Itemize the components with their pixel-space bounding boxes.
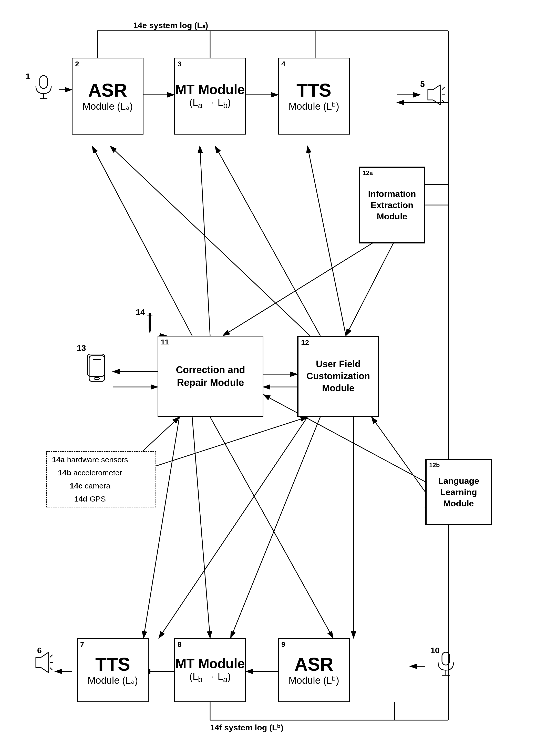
- svg-marker-60: [36, 652, 49, 673]
- language-learning-module: 12b LanguageLearningModule: [425, 459, 492, 525]
- svg-rect-56: [94, 377, 99, 380]
- label-14: 14: [136, 308, 145, 317]
- speaker-icon-5: [425, 85, 446, 105]
- svg-rect-64: [442, 652, 450, 665]
- svg-rect-47: [40, 76, 48, 88]
- sensors-box: 14a hardware sensors 14b accelerometer 1…: [46, 451, 156, 507]
- svg-line-31: [215, 146, 320, 336]
- svg-line-32: [308, 146, 346, 336]
- label-1: 1: [26, 72, 30, 81]
- user-field-module: 12 User FieldCustomizationModule: [297, 336, 379, 417]
- pen-icon-14: [146, 313, 154, 336]
- asr-bottom-module: 9 ASR Module (Lᵇ): [278, 638, 350, 702]
- speaker-icon-6: [33, 652, 54, 673]
- info-extract-module: 12a InformationExtractionModule: [359, 167, 425, 243]
- svg-line-39: [192, 417, 210, 638]
- tts-top-module: 4 TTS Module (Lᵇ): [278, 58, 350, 135]
- label-5: 5: [420, 80, 425, 89]
- svg-line-44: [210, 417, 333, 638]
- tts-bottom-module: 7 TTS Module (Lₐ): [77, 638, 149, 702]
- svg-line-61: [50, 655, 52, 657]
- svg-line-34: [200, 146, 210, 336]
- diagram-container: 14e system log (Lₐ) 14f system log (Lᵇ) …: [0, 0, 536, 756]
- correction-repair-module: 11 Correction andRepair Module: [157, 336, 263, 417]
- mt-top-module: 3 MT Module (La → Lb): [174, 58, 246, 135]
- svg-line-51: [442, 87, 445, 90]
- svg-marker-58: [149, 328, 151, 334]
- label-13: 13: [77, 343, 86, 353]
- svg-line-33: [92, 146, 192, 336]
- phone-icon-13: [87, 354, 105, 377]
- svg-line-63: [50, 668, 52, 670]
- asr-top-module: 2 ASR Module (Lₐ): [72, 58, 144, 135]
- svg-line-40: [144, 417, 179, 638]
- svg-line-42: [231, 417, 320, 638]
- svg-line-36: [346, 236, 397, 336]
- svg-line-41: [159, 417, 308, 638]
- system-log-bottom-label: 14f system log (Lᵇ): [210, 723, 284, 733]
- svg-line-30: [110, 146, 310, 336]
- svg-line-53: [442, 100, 445, 103]
- svg-marker-50: [428, 85, 441, 105]
- mic-icon-1: [33, 74, 54, 100]
- svg-line-46: [372, 417, 425, 492]
- mt-bottom-module: 8 MT Module (Lb → La): [174, 638, 246, 702]
- mic-icon-10: [436, 651, 456, 676]
- svg-line-35: [223, 236, 384, 336]
- system-log-top-label: 14e system log (Lₐ): [133, 20, 208, 30]
